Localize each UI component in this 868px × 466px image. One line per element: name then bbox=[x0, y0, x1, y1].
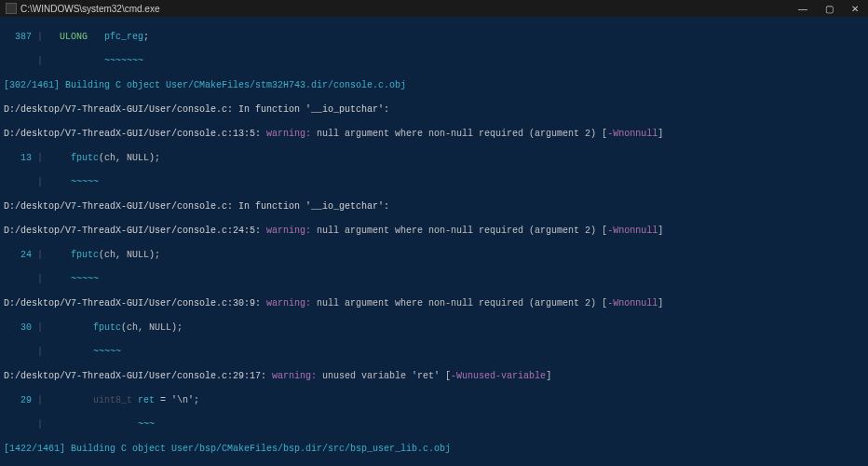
build-line: [1422/1461] Building C object User/bsp/C… bbox=[4, 443, 864, 455]
close-button[interactable]: ✕ bbox=[842, 0, 868, 17]
build-line: [302/1461] Building C object User/CMakeF… bbox=[4, 79, 864, 91]
window-title: C:\WINDOWS\system32\cmd.exe bbox=[20, 4, 790, 14]
minimize-button[interactable]: — bbox=[790, 0, 816, 17]
maximize-button[interactable]: ▢ bbox=[816, 0, 842, 17]
window-titlebar: C:\WINDOWS\system32\cmd.exe — ▢ ✕ bbox=[0, 0, 868, 17]
terminal-output[interactable]: 387 | ULONG pfc_reg; | ~~~~~~~ [302/1461… bbox=[0, 17, 868, 466]
cmd-icon bbox=[6, 3, 17, 14]
